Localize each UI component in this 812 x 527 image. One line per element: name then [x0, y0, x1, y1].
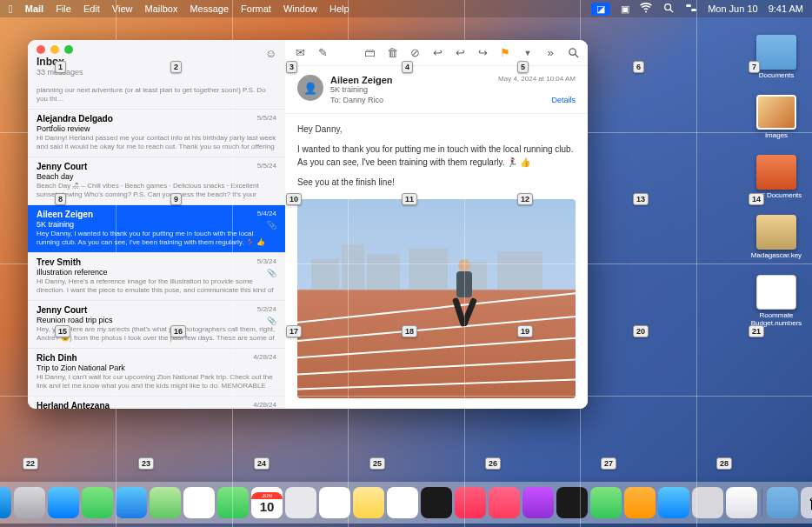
message-item[interactable]: Jenny Court5/5/24Beach dayBeach Day 🏖 – …: [28, 157, 285, 205]
junk-icon[interactable]: ⊘: [409, 47, 421, 59]
dock-launchpad[interactable]: [14, 487, 45, 518]
wifi-icon[interactable]: [640, 3, 652, 15]
menu-format[interactable]: Format: [241, 3, 271, 14]
dock-music[interactable]: [455, 487, 486, 518]
menubar-date[interactable]: Mon Jun 10: [708, 3, 757, 14]
dock-freeform[interactable]: [387, 487, 418, 518]
menu-help[interactable]: Help: [329, 3, 349, 14]
details-link[interactable]: Details: [551, 96, 576, 104]
message-item[interactable]: Trev Smith5/3/24📎Illustration referenceH…: [28, 253, 285, 301]
minimize-button[interactable]: [50, 45, 59, 54]
message-date: 4/28/24: [253, 353, 276, 361]
message-list: Inbox 33 messages ☺ planning our next ad…: [28, 40, 285, 409]
grid-number: 2: [170, 61, 182, 73]
compose-icon[interactable]: ✎: [316, 47, 329, 59]
dock-tv[interactable]: [421, 487, 452, 518]
dock-finder[interactable]: [0, 487, 11, 518]
grid-number: 1: [55, 61, 66, 73]
dock-trash[interactable]: 🗑: [801, 487, 812, 518]
menubar-time[interactable]: 9:41 AM: [769, 3, 803, 14]
reply-icon[interactable]: ↩: [431, 47, 443, 59]
grid-number: 13: [633, 193, 649, 205]
dock-appstore[interactable]: [658, 487, 689, 518]
desktop-item[interactable]: Images: [746, 95, 807, 139]
grid-number: 4: [402, 61, 413, 73]
reply-all-icon[interactable]: ↩: [454, 47, 466, 59]
grid-number: 23: [138, 457, 154, 470]
grid-number: 15: [55, 325, 70, 337]
attachment-image[interactable]: [297, 199, 576, 398]
filter-icon[interactable]: ☺: [265, 47, 276, 60]
forward-icon[interactable]: ↪: [476, 47, 489, 59]
message-item[interactable]: planning our next adventure (or at least…: [28, 82, 285, 110]
grid-number: 10: [286, 193, 302, 205]
dock-stocks[interactable]: [556, 487, 588, 518]
flag-icon[interactable]: ⚑: [499, 47, 511, 59]
dock-photos[interactable]: [183, 487, 215, 518]
archive-icon[interactable]: 🗃: [363, 47, 376, 59]
message-item[interactable]: Rich Dinh4/28/24Trip to Zion National Pa…: [28, 349, 285, 397]
message-date: 5/4/24: [257, 210, 276, 217]
message-item[interactable]: Alejandra Delgado5/5/24Portfolio reviewH…: [28, 110, 285, 157]
dock-settings[interactable]: [692, 487, 723, 518]
message-preview: Hey Danny, I wanted to thank you for put…: [37, 230, 276, 247]
svg-line-1: [670, 10, 673, 12]
dock-maps[interactable]: [150, 487, 181, 518]
message-from: Jenny Court: [37, 162, 276, 171]
dock-messages[interactable]: [82, 487, 113, 518]
envelope-icon[interactable]: ✉: [294, 47, 306, 59]
spotlight-icon[interactable]: [662, 3, 675, 15]
menu-edit[interactable]: Edit: [83, 3, 100, 14]
dock-safari[interactable]: [48, 487, 79, 518]
message-subject: Illustration reference: [37, 268, 276, 277]
dock-downloads[interactable]: [767, 487, 798, 518]
dock-iphone-mirroring[interactable]: [726, 487, 757, 518]
desktop-thumb: [756, 95, 796, 130]
control-center-icon[interactable]: [685, 3, 697, 15]
dock-calendar[interactable]: JUN10: [251, 487, 283, 518]
screen-mirroring-icon[interactable]: ▣: [621, 3, 629, 15]
dock-podcasts[interactable]: [522, 487, 554, 518]
trash-icon[interactable]: 🗑: [386, 47, 398, 59]
mailbox-count: 33 messages: [37, 68, 276, 77]
grid-number: 12: [517, 193, 533, 205]
dock-facetime[interactable]: [217, 487, 249, 518]
dock-pages[interactable]: [624, 487, 656, 518]
voice-control-icon[interactable]: ◪: [591, 3, 610, 16]
desktop-thumb: [756, 215, 796, 250]
close-button[interactable]: [37, 45, 45, 54]
message-from: Jenny Court: [37, 305, 276, 315]
message-pane: ✉ ✎ 🗃 🗑 ⊘ ↩ ↩ ↪ ⚑ ▼ » 👤 Aileen Zeige: [285, 40, 588, 409]
search-icon[interactable]: [567, 47, 579, 59]
grid-number: 26: [485, 457, 501, 470]
dock-mail[interactable]: [116, 487, 147, 518]
dock-news[interactable]: [489, 487, 520, 518]
dock-contacts[interactable]: [285, 487, 316, 518]
message-from: Trev Smith: [37, 257, 276, 267]
dock-numbers[interactable]: [590, 487, 622, 518]
app-name[interactable]: Mail: [25, 3, 43, 14]
menu-view[interactable]: View: [112, 3, 133, 14]
apple-menu[interactable]: : [9, 3, 13, 16]
message-from: Aileen Zeigen: [37, 210, 276, 219]
message-preview: Hi Danny, Here's a reference image for t…: [37, 277, 276, 295]
menu-mailbox[interactable]: Mailbox: [145, 3, 178, 14]
menu-message[interactable]: Message: [190, 3, 229, 14]
header-to-label: To:: [330, 96, 341, 104]
chevron-down-icon[interactable]: ▼: [522, 47, 534, 59]
dock-notes[interactable]: [353, 487, 384, 518]
menu-window[interactable]: Window: [283, 3, 317, 14]
message-preview: planning our next adventure (or at least…: [37, 86, 276, 103]
more-icon[interactable]: »: [544, 47, 556, 59]
svg-rect-3: [691, 9, 696, 11]
dock-reminders[interactable]: [319, 487, 350, 518]
message-item[interactable]: Herland Antezana4/28/24📎ResumeI've attac…: [28, 397, 285, 409]
zoom-button[interactable]: [64, 45, 73, 54]
desktop-item[interactable]: Madagascar.key: [746, 215, 807, 259]
sender-avatar[interactable]: 👤: [297, 75, 323, 101]
message-item[interactable]: Aileen Zeigen5/4/24📎5K trainingHey Danny…: [28, 205, 285, 253]
desktop-item[interactable]: Roommate Budget.numbers: [746, 275, 807, 327]
menu-file[interactable]: File: [56, 3, 71, 14]
desktop-thumb: [756, 155, 796, 190]
grid-number: 8: [55, 193, 66, 205]
